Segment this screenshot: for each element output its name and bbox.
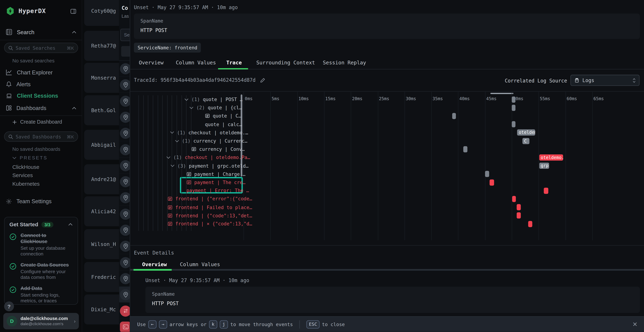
session-card[interactable]: Coty60@g xyxy=(84,0,119,26)
span-duration-bar[interactable]: oteldemo. xyxy=(539,154,563,160)
session-event-row-error[interactable] xyxy=(119,303,130,319)
session-card[interactable]: Abbigail xyxy=(84,130,119,160)
create-dashboard-button[interactable]: Create Dashboard xyxy=(12,119,62,125)
event-details-tab-overview[interactable]: Overview xyxy=(142,261,167,267)
trace-span-row[interactable]: (1)checkout | oteldemo.… xyxy=(170,128,248,137)
session-event-row[interactable] xyxy=(119,174,130,190)
user-menu[interactable]: D dale@clickhouse.com dale@clickhouse.co… xyxy=(3,313,79,329)
span-duration-bar[interactable] xyxy=(528,221,532,227)
trace-span-row[interactable]: frontend | Failed to place… xyxy=(168,203,252,212)
tab-trace[interactable]: Trace xyxy=(226,60,242,66)
session-event-row[interactable] xyxy=(119,109,130,125)
close-icon[interactable]: ✕ xyxy=(632,321,638,328)
trace-span-row[interactable]: payment | Error: The … xyxy=(186,186,249,195)
session-card[interactable]: Wilson_H xyxy=(84,229,119,259)
sidebar-item-chart-explorer[interactable]: Chart Explorer xyxy=(6,69,76,76)
help-button[interactable]: ? xyxy=(4,302,14,311)
trace-span-row[interactable]: quote | C… xyxy=(205,112,241,120)
session-event-row[interactable] xyxy=(119,93,130,109)
session-event-row[interactable] xyxy=(119,142,130,158)
expand-chevron-icon[interactable] xyxy=(170,131,174,134)
span-duration-bar[interactable] xyxy=(517,204,521,210)
trace-span-row[interactable]: frontend | × {"code":13,"d… xyxy=(168,220,252,228)
span-duration-bar[interactable] xyxy=(512,196,516,202)
preset-clickhouse[interactable]: ClickHouse xyxy=(12,164,39,170)
session-card[interactable]: Frederic xyxy=(84,262,119,292)
trace-span-row[interactable]: (1)currency | Currenc… xyxy=(175,137,248,145)
expand-chevron-icon[interactable] xyxy=(170,164,174,167)
span-duration-bar[interactable]: grp xyxy=(539,162,549,169)
expand-chevron-icon[interactable] xyxy=(166,156,170,159)
trace-span-row[interactable]: frontend | {"code":13,"det… xyxy=(168,212,252,220)
session-card[interactable]: Retha77@ xyxy=(84,31,119,61)
event-details-tab-column-values[interactable]: Column Values xyxy=(180,261,220,267)
session-card[interactable]: Dixie_Mc xyxy=(84,294,119,324)
span-duration-bar[interactable] xyxy=(452,113,456,119)
session-subtitle-fragment: Las xyxy=(122,14,129,18)
preset-kubernetes[interactable]: Kubernetes xyxy=(12,181,40,187)
trace-span-row[interactable]: frontend | {"error":{"code… xyxy=(168,195,252,203)
session-event-row[interactable] xyxy=(119,254,130,271)
trace-span-row[interactable]: quote | calc… xyxy=(205,120,242,128)
span-duration-bar[interactable]: C xyxy=(522,138,530,144)
get-started-step[interactable]: Connect to ClickHouseSet up your databas… xyxy=(10,232,73,257)
span-duration-bar[interactable] xyxy=(517,212,521,218)
saved-dashboards-input[interactable]: Saved Dashboards ⌘K xyxy=(4,132,78,142)
span-duration-bar[interactable] xyxy=(512,96,516,102)
span-duration-bar[interactable] xyxy=(544,188,548,194)
session-card[interactable]: Andre21@ xyxy=(84,164,119,194)
session-event-row[interactable] xyxy=(119,222,130,238)
session-filter-button[interactable] xyxy=(121,46,130,57)
session-event-row[interactable] xyxy=(119,287,130,303)
session-card[interactable]: Alicia42 xyxy=(84,196,119,226)
trace-span-row[interactable]: (1)quote | POST … xyxy=(184,95,242,104)
edit-pencil-icon[interactable] xyxy=(260,78,266,83)
expand-chevron-icon[interactable] xyxy=(175,139,179,142)
saved-searches-input[interactable]: Saved Searches ⌘K xyxy=(4,43,78,53)
trace-span-row[interactable]: currency | Conv… xyxy=(192,145,245,153)
session-event-row[interactable] xyxy=(119,190,130,206)
session-event-row[interactable] xyxy=(119,77,130,93)
chevron-up-icon[interactable] xyxy=(68,223,73,226)
trace-span-row[interactable]: payment | Charge … xyxy=(186,170,246,178)
session-card[interactable]: Monserra xyxy=(84,63,119,93)
span-duration-bar[interactable] xyxy=(485,171,489,177)
service-name-chip[interactable]: ServiceName: frontend xyxy=(134,43,201,52)
session-card[interactable]: Beth.Gol xyxy=(84,95,119,126)
expand-chevron-icon[interactable] xyxy=(189,106,194,109)
span-duration-bar[interactable] xyxy=(464,146,467,152)
sidebar-item-team-settings[interactable]: Team Settings xyxy=(6,198,76,204)
span-duration-bar[interactable] xyxy=(490,179,494,185)
expand-chevron-icon[interactable] xyxy=(184,98,188,101)
sidebar-item-client-sessions[interactable]: Client Sessions xyxy=(6,93,76,99)
session-event-row[interactable] xyxy=(119,271,130,287)
trace-span-row[interactable]: (1)checkout | oteldemo.Pa… xyxy=(166,153,250,162)
presets-toggle[interactable]: PRESETS xyxy=(12,155,48,160)
sidebar-item-search[interactable]: Search xyxy=(6,29,76,36)
session-event-row[interactable] xyxy=(119,158,130,174)
sidebar-item-alerts[interactable]: Alerts xyxy=(6,81,76,88)
preset-services[interactable]: Services xyxy=(12,172,33,178)
session-event-row[interactable] xyxy=(119,61,130,77)
horizontal-scrollbar[interactable] xyxy=(490,93,514,94)
session-search-input[interactable]: Sea xyxy=(120,29,130,41)
get-started-step[interactable]: Create Data SourcesConfigure where your … xyxy=(10,262,73,280)
tab-column-values[interactable]: Column Values xyxy=(176,60,216,66)
log-source-select[interactable]: Logs xyxy=(570,75,640,86)
tab-surrounding-context[interactable]: Surrounding Context xyxy=(256,60,315,66)
sidebar-item-dashboards[interactable]: Dashboards xyxy=(6,105,76,111)
collapse-sidebar-icon[interactable] xyxy=(70,8,76,14)
session-event-row[interactable] xyxy=(119,238,130,254)
trace-span-row[interactable]: payment | The cre… xyxy=(186,178,246,186)
get-started-step[interactable]: Add DataStart sending logs, metrics, or … xyxy=(10,285,73,304)
trace-span-row[interactable]: (2)quote | {cl… xyxy=(189,104,242,112)
span-duration-bar[interactable]: oteldemo xyxy=(517,130,536,136)
session-event-row[interactable] xyxy=(119,206,130,222)
span-duration-bar[interactable] xyxy=(512,105,516,111)
tab-overview[interactable]: Overview xyxy=(139,60,164,66)
tab-session-replay[interactable]: Session Replay xyxy=(323,60,366,66)
session-event-row[interactable] xyxy=(119,126,130,142)
span-duration-bar[interactable] xyxy=(512,121,516,127)
session-event-row-error[interactable] xyxy=(119,319,130,332)
trace-span-row[interactable]: (3)payment | grpc.oteld… xyxy=(170,162,249,170)
